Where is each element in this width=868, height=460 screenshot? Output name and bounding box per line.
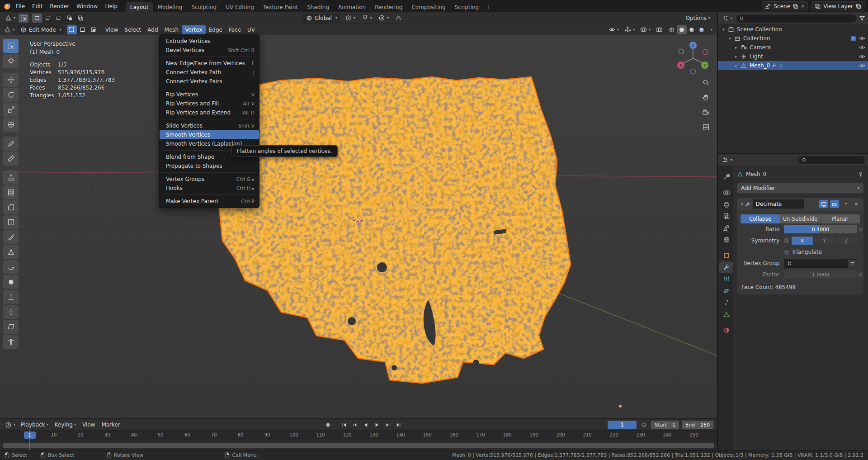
shading-rendered-button[interactable] [697, 25, 707, 34]
animate-factor-dot[interactable] [859, 273, 862, 276]
hide-in-viewport-toggle[interactable] [859, 53, 865, 60]
start-frame-field[interactable]: Start1 [651, 421, 679, 429]
symmetry-axis-x[interactable]: X [792, 237, 814, 245]
gizmo-neg-y-axis[interactable] [679, 49, 684, 54]
menu-item-connect-vertex-path[interactable]: Connect Vertex Path J [160, 68, 259, 77]
tool-smooth[interactable] [3, 275, 19, 289]
workspace-tab-rendering[interactable]: Rendering [370, 2, 407, 12]
menu-item-bevel-vertices[interactable]: Bevel Vertices Shift Ctrl B [160, 46, 259, 55]
properties-tab-particles[interactable] [719, 273, 733, 285]
properties-tab-object-data[interactable] [719, 308, 733, 320]
viewport-menu-view[interactable]: View [102, 25, 121, 34]
tool-transform[interactable] [3, 118, 19, 132]
workspace-tab-texture-paint[interactable]: Texture Paint [259, 2, 302, 12]
overlays-toggle[interactable]: ▾ [639, 26, 652, 33]
properties-tab-view-layer[interactable] [719, 210, 733, 222]
select-op-sel-subtract[interactable] [54, 14, 64, 23]
remove-modifier-button[interactable]: × [852, 200, 861, 208]
topbar-menu-render[interactable]: Render [46, 0, 73, 12]
editor-type-timeline[interactable]: ▾ [4, 422, 17, 428]
viewport-camera-button[interactable] [702, 109, 710, 116]
shading-wireframe-button[interactable] [667, 25, 677, 34]
tool-move[interactable] [3, 73, 19, 87]
prev-keyframe-button[interactable] [350, 420, 360, 429]
jump-to-end-button[interactable] [394, 420, 404, 429]
properties-tab-tool[interactable] [719, 171, 733, 183]
workspace-tab-uv-editing[interactable]: UV Editing [221, 2, 259, 12]
shading-material-button[interactable] [687, 25, 697, 34]
workspace-tab-layout[interactable]: Layout [126, 2, 153, 12]
viewport-zoom-button[interactable] [702, 79, 710, 86]
tool-annotate[interactable] [3, 137, 19, 151]
tool-rip-region[interactable] [3, 335, 19, 349]
add-modifier-button[interactable]: Add Modifier▾ [737, 183, 863, 194]
shading-dropdown[interactable]: ▾ [711, 28, 712, 32]
properties-tab-material[interactable] [719, 324, 733, 336]
workspace-tab-animation[interactable]: Animation [334, 2, 370, 12]
viewport-menu-add[interactable]: Add [144, 25, 161, 34]
gizmo-neg-x-axis[interactable] [703, 50, 708, 55]
menu-item-extrude-vertices[interactable]: Extrude Vertices [160, 37, 259, 46]
tool-select-box[interactable] [3, 39, 19, 53]
animate-ratio-dot[interactable] [859, 228, 862, 231]
collection-checkbox[interactable]: ✓ [850, 36, 856, 42]
expander-icon[interactable]: ▾ [727, 36, 733, 41]
panel-expand-icon[interactable]: ▾ [741, 202, 743, 206]
pivot-point-dropdown[interactable]: ▾ [344, 14, 357, 21]
tool-shrink-fatten[interactable] [3, 305, 19, 319]
tool-measure[interactable] [3, 152, 19, 166]
timeline-menu-view[interactable]: View [79, 419, 98, 430]
viewport-grid-button[interactable] [702, 123, 710, 131]
timeline-menu-playback[interactable]: Playback▾ [18, 419, 52, 430]
xray-toggle[interactable] [655, 26, 664, 33]
select-op-sel-extend[interactable] [43, 14, 53, 23]
workspace-tab-sculpting[interactable]: Sculpting [187, 2, 221, 12]
tool-cursor[interactable] [3, 54, 19, 68]
symmetry-checkbox[interactable] [784, 238, 790, 244]
properties-tab-output[interactable] [719, 199, 733, 210]
editor-type-tool-settings[interactable]: ▾ [4, 14, 17, 21]
playhead-frame-badge[interactable]: 1 [24, 432, 36, 439]
workspace-add-button[interactable]: + [483, 2, 494, 12]
menu-item-rip-vertices[interactable]: Rip Vertices V [160, 90, 259, 99]
select-op-sel-invert[interactable] [65, 14, 75, 23]
menu-item-smooth-vertices[interactable]: Smooth Vertices [160, 130, 259, 139]
ratio-slider[interactable]: 0.4800 [784, 225, 857, 233]
menu-item-connect-vertex-pairs[interactable]: Connect Vertex Pairs [160, 77, 259, 86]
display-realtime-toggle[interactable] [819, 200, 828, 208]
menu-item-make-vertex-parent[interactable]: Make Vertex Parent Ctrl P [160, 197, 259, 206]
expander-icon[interactable]: ▸ [733, 45, 739, 50]
show-object-types-dropdown[interactable]: ▾ [607, 26, 620, 33]
properties-tab-world[interactable] [719, 234, 733, 246]
topbar-menu-help[interactable]: Help [101, 0, 121, 12]
play-reverse-button[interactable] [361, 420, 371, 429]
workspace-tab-compositing[interactable]: Compositing [407, 2, 450, 12]
timeline-menu-keying[interactable]: Keying▾ [52, 419, 79, 430]
menu-item-rip-vertices-and-fill[interactable]: Rip Vertices and Fill Alt V [160, 99, 259, 108]
properties-tab-physics[interactable] [719, 285, 733, 297]
workspace-tab-modeling[interactable]: Modeling [153, 2, 187, 12]
mode-dropdown[interactable]: Edit Mode▾ [18, 25, 64, 34]
menu-item-hooks[interactable]: Hooks Ctrl H ▸ [160, 184, 259, 193]
properties-tab-constraints[interactable] [719, 297, 733, 308]
topbar-menu-edit[interactable]: Edit [28, 0, 46, 12]
decimate-mode-planar[interactable]: Planar [821, 214, 860, 223]
snapping-magnet-toggle[interactable]: ▾ [360, 14, 373, 21]
tool-scale[interactable] [3, 103, 19, 117]
timeline-menu-marker[interactable]: Marker [98, 419, 123, 430]
select-op-sel-new[interactable] [32, 14, 42, 23]
current-frame-field[interactable]: 1 [608, 421, 637, 429]
3d-viewport[interactable]: Z X Y User Perspective (1) Mesh_0 Object… [0, 35, 717, 418]
menu-item-propagate-to-shapes[interactable]: Propagate to Shapes [160, 161, 259, 171]
navigation-gizmo[interactable]: Z X Y [677, 42, 708, 74]
use-preview-range-toggle[interactable] [639, 421, 648, 429]
tool-bevel[interactable] [3, 200, 19, 214]
viewport-menu-edge[interactable]: Edge [206, 25, 226, 34]
decimate-mode-un-subdivide[interactable]: Un-Subdivide [780, 214, 820, 223]
tool-loop-cut[interactable] [3, 215, 19, 229]
vertex-select-mode-button[interactable] [67, 25, 77, 34]
next-keyframe-button[interactable] [383, 420, 393, 429]
expander-icon[interactable]: ▸ [733, 63, 739, 68]
scene-selector[interactable]: Scene × [762, 1, 808, 11]
editor-type-outliner[interactable]: ▾ [721, 15, 734, 22]
